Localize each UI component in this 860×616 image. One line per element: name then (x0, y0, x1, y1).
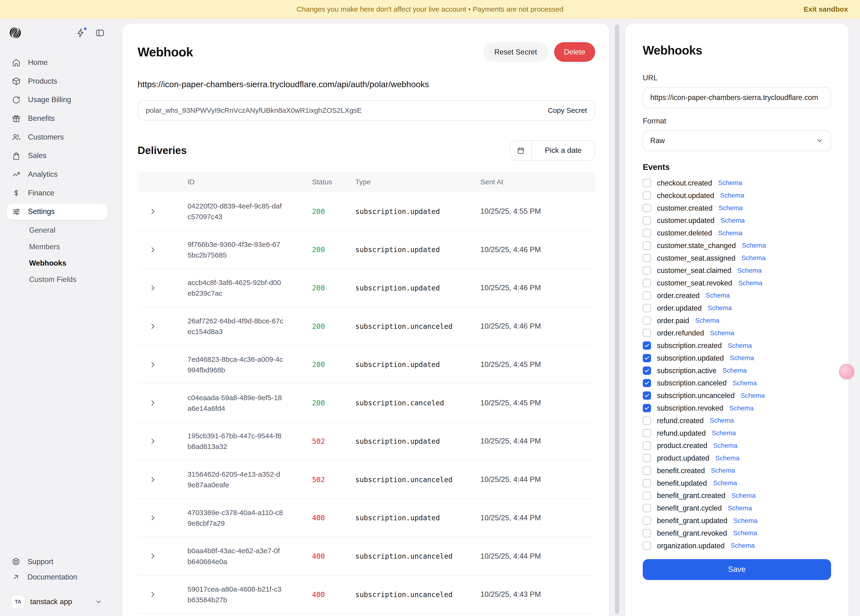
save-button[interactable]: Save (643, 559, 831, 580)
event-checkbox[interactable] (643, 291, 651, 300)
chevron-right-icon[interactable] (138, 514, 188, 522)
schema-link[interactable]: Schema (728, 342, 752, 349)
schema-link[interactable]: Schema (741, 392, 765, 399)
sidebar-item-finance[interactable]: Finance (6, 185, 108, 201)
devtools-float-button[interactable] (839, 364, 854, 379)
event-checkbox[interactable] (643, 354, 651, 362)
schema-link[interactable]: Schema (715, 454, 739, 462)
sidebar-item-home[interactable]: Home (6, 54, 108, 71)
event-checkbox[interactable] (643, 416, 651, 425)
sidebar-subitem-members[interactable]: Members (6, 239, 108, 255)
schema-link[interactable]: Schema (742, 242, 766, 249)
event-checkbox[interactable] (643, 429, 651, 437)
event-checkbox[interactable] (643, 529, 651, 537)
sidebar-item-settings[interactable]: Settings (6, 204, 108, 220)
sidebar-item-customers[interactable]: Customers (6, 129, 108, 145)
delivery-row[interactable]: accb4c8f-3af6-4625-92bf-d00eb239c7ac200s… (138, 269, 595, 308)
event-checkbox[interactable] (643, 479, 651, 487)
schema-link[interactable]: Schema (733, 517, 758, 525)
schema-link[interactable]: Schema (711, 467, 735, 474)
account-switcher[interactable]: TA tanstack app (6, 592, 108, 611)
chevron-right-icon[interactable] (138, 361, 188, 368)
sidebar-subitem-general[interactable]: General (6, 222, 108, 238)
event-checkbox[interactable] (643, 467, 651, 475)
event-checkbox[interactable] (643, 267, 651, 275)
delivery-row[interactable]: 59017cea-a80a-4608-b21f-c3b63584b27b400s… (138, 575, 595, 614)
schema-link[interactable]: Schema (720, 217, 745, 225)
event-checkbox[interactable] (643, 254, 651, 262)
sidebar-toggle-button[interactable] (95, 28, 105, 38)
sidebar-item-support[interactable]: Support (6, 554, 108, 569)
event-checkbox[interactable] (643, 279, 651, 287)
event-checkbox[interactable] (643, 216, 651, 225)
chevron-right-icon[interactable] (138, 476, 188, 483)
delivery-row[interactable]: 04220f20-d839-4eef-9c85-dafc57097c43200s… (138, 192, 595, 231)
delivery-row[interactable]: c04eaada-59a8-489e-9ef5-18a6e14a6fd4200s… (138, 384, 595, 423)
sidebar-item-usage-billing[interactable]: Usage Billing (6, 92, 108, 108)
event-checkbox[interactable] (643, 442, 651, 450)
event-checkbox[interactable] (643, 542, 651, 550)
schema-link[interactable]: Schema (723, 367, 747, 374)
exit-sandbox-link[interactable]: Exit sandbox (804, 5, 848, 13)
event-checkbox[interactable] (643, 341, 651, 350)
schema-link[interactable]: Schema (730, 354, 754, 362)
schema-link[interactable]: Schema (713, 442, 738, 449)
delivery-row[interactable]: 4703369e-c378-40a4-a110-c89e8cbf7a29400s… (138, 499, 595, 537)
event-checkbox[interactable] (643, 454, 651, 462)
schema-link[interactable]: Schema (738, 279, 763, 287)
event-checkbox[interactable] (643, 179, 651, 187)
sidebar-item-benefits[interactable]: Benefits (6, 110, 108, 127)
event-checkbox[interactable] (643, 329, 651, 337)
event-checkbox[interactable] (643, 404, 651, 412)
schema-link[interactable]: Schema (718, 179, 742, 187)
event-checkbox[interactable] (643, 517, 651, 525)
chevron-right-icon[interactable] (138, 207, 188, 215)
schema-link[interactable]: Schema (733, 529, 757, 537)
event-checkbox[interactable] (643, 316, 651, 325)
sidebar-item-sales[interactable]: Sales (6, 148, 108, 164)
copy-secret-button[interactable]: Copy Secret (548, 106, 587, 115)
schema-link[interactable]: Schema (706, 292, 730, 299)
schema-link[interactable]: Schema (733, 379, 757, 387)
schema-link[interactable]: Schema (708, 304, 732, 312)
event-checkbox[interactable] (643, 304, 651, 312)
delivery-row[interactable]: 9f766b3e-9360-4f3e-93e6-675bc2b75685200s… (138, 231, 595, 269)
schema-link[interactable]: Schema (731, 542, 755, 549)
event-checkbox[interactable] (643, 229, 651, 237)
event-checkbox[interactable] (643, 492, 651, 500)
reset-secret-button[interactable]: Reset Secret (483, 42, 548, 62)
chevron-right-icon[interactable] (138, 284, 188, 292)
delivery-row[interactable]: 7ed46823-8bca-4c36-a009-4c994fbd968b200s… (138, 346, 595, 384)
schema-link[interactable]: Schema (731, 492, 755, 500)
schema-link[interactable]: Schema (720, 192, 744, 199)
event-checkbox[interactable] (643, 241, 651, 250)
date-picker-button[interactable]: Pick a date (510, 140, 595, 160)
chevron-right-icon[interactable] (138, 322, 188, 330)
chevron-right-icon[interactable] (138, 399, 188, 407)
schema-link[interactable]: Schema (719, 204, 743, 212)
event-checkbox[interactable] (643, 504, 651, 512)
schema-link[interactable]: Schema (710, 417, 734, 424)
event-checkbox[interactable] (643, 366, 651, 375)
schema-link[interactable]: Schema (712, 429, 736, 437)
sidebar-item-documentation[interactable]: Documentation (6, 569, 108, 585)
delete-button[interactable]: Delete (554, 42, 595, 62)
delivery-row[interactable]: 195cb391-67bb-447c-9544-f8b8ad813a32502s… (138, 423, 595, 461)
event-checkbox[interactable] (643, 391, 651, 400)
schema-link[interactable]: Schema (730, 404, 753, 412)
schema-link[interactable]: Schema (710, 329, 734, 337)
sidebar-item-analytics[interactable]: Analytics (6, 166, 108, 182)
event-checkbox[interactable] (643, 192, 651, 200)
notifications-bolt-button[interactable] (76, 28, 86, 38)
chevron-right-icon[interactable] (138, 437, 188, 445)
sidebar-item-products[interactable]: Products (6, 73, 108, 89)
vertical-scrollbar[interactable] (615, 25, 619, 614)
delivery-row[interactable]: b0aa4b8f-43ac-4e62-a3e7-0fb640664e0a400s… (138, 537, 595, 576)
sidebar-subitem-custom-fields[interactable]: Custom Fields (6, 272, 108, 288)
event-checkbox[interactable] (643, 204, 651, 212)
delivery-row[interactable]: 26af7262-64bd-4f9d-8bce-67cec154d8a3200s… (138, 307, 595, 346)
schema-link[interactable]: Schema (695, 317, 719, 324)
schema-link[interactable]: Schema (742, 254, 766, 262)
schema-link[interactable]: Schema (713, 479, 737, 487)
chevron-right-icon[interactable] (138, 591, 188, 598)
